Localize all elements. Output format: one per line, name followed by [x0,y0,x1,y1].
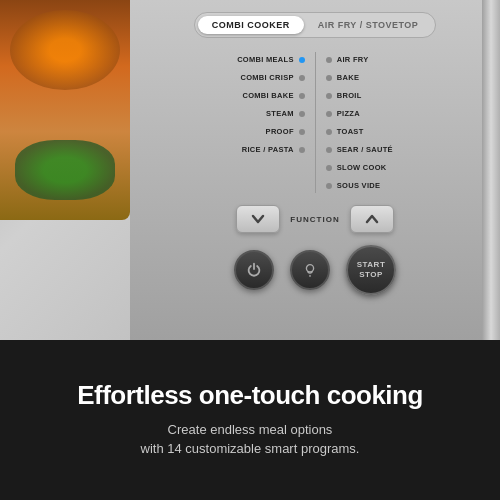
list-item[interactable]: RICE / PASTA [237,142,305,157]
light-icon [301,261,319,279]
dot [326,93,332,99]
start-stop-button[interactable]: STARTSTOP [346,245,396,295]
dot [326,129,332,135]
left-menu-col: COMBI MEALS COMBI CRISP COMBI BAKE STEAM… [237,52,305,193]
dot [299,129,305,135]
list-item[interactable]: SLOW COOK [326,160,393,175]
dot [326,165,332,171]
list-item[interactable]: SOUS VIDE [326,178,393,193]
chevron-up-icon [365,212,379,226]
dot [299,111,305,117]
sear-saute-label: SEAR / SAUTÉ [337,145,393,154]
food-image [0,0,130,220]
dot [326,57,332,63]
power-icon [245,261,263,279]
function-up-button[interactable] [350,205,394,233]
slow-cook-label: SLOW COOK [337,163,387,172]
start-stop-label: STARTSTOP [357,260,386,279]
list-item[interactable]: STEAM [237,106,305,121]
mode-tab-bar: COMBI COOKER AIR FRY / STOVETOP [194,12,437,38]
appliance-image: COMBI COOKER AIR FRY / STOVETOP COMBI ME… [0,0,500,340]
menu-divider [315,52,316,193]
function-row: FUNCTION [236,205,393,233]
combi-meals-label: COMBI MEALS [237,55,294,64]
bottom-section: Effortless one-touch cooking Create endl… [0,340,500,500]
dot [326,111,332,117]
right-strip [482,0,500,340]
chevron-down-icon [251,212,265,226]
list-item[interactable]: PROOF [237,124,305,139]
rice-pasta-label: RICE / PASTA [242,145,294,154]
function-label: FUNCTION [290,215,339,224]
list-item[interactable]: AIR FRY [326,52,393,67]
dot [326,147,332,153]
light-button[interactable] [290,250,330,290]
combi-bake-label: COMBI BAKE [242,91,293,100]
power-button[interactable] [234,250,274,290]
control-row: STARTSTOP [234,245,396,295]
sub-text: Create endless meal options with 14 cust… [141,420,360,459]
main-heading: Effortless one-touch cooking [77,381,423,410]
steam-label: STEAM [266,109,294,118]
control-panel: COMBI COOKER AIR FRY / STOVETOP COMBI ME… [130,0,500,340]
proof-label: PROOF [266,127,294,136]
air-fry-tab[interactable]: AIR FRY / STOVETOP [304,16,433,34]
active-dot [299,57,305,63]
toast-label: TOAST [337,127,364,136]
air-fry-label: AIR FRY [337,55,369,64]
list-item[interactable]: TOAST [326,124,393,139]
dot [326,75,332,81]
function-down-button[interactable] [236,205,280,233]
combi-crisp-label: COMBI CRISP [240,73,293,82]
list-item[interactable]: BAKE [326,70,393,85]
dot [299,147,305,153]
list-item[interactable]: COMBI CRISP [237,70,305,85]
bake-label: BAKE [337,73,359,82]
list-item[interactable]: COMBI BAKE [237,88,305,103]
list-item[interactable]: SEAR / SAUTÉ [326,142,393,157]
broil-label: BROIL [337,91,362,100]
pizza-label: PIZZA [337,109,360,118]
sous-vide-label: SOUS VIDE [337,181,381,190]
list-item[interactable]: PIZZA [326,106,393,121]
dot [299,93,305,99]
dot [299,75,305,81]
menu-area: COMBI MEALS COMBI CRISP COMBI BAKE STEAM… [140,52,490,193]
combi-cooker-tab[interactable]: COMBI COOKER [198,16,304,34]
list-item[interactable]: BROIL [326,88,393,103]
right-menu-col: AIR FRY BAKE BROIL PIZZA TOAST [326,52,393,193]
list-item[interactable]: COMBI MEALS [237,52,305,67]
svg-point-0 [306,265,313,272]
dot [326,183,332,189]
